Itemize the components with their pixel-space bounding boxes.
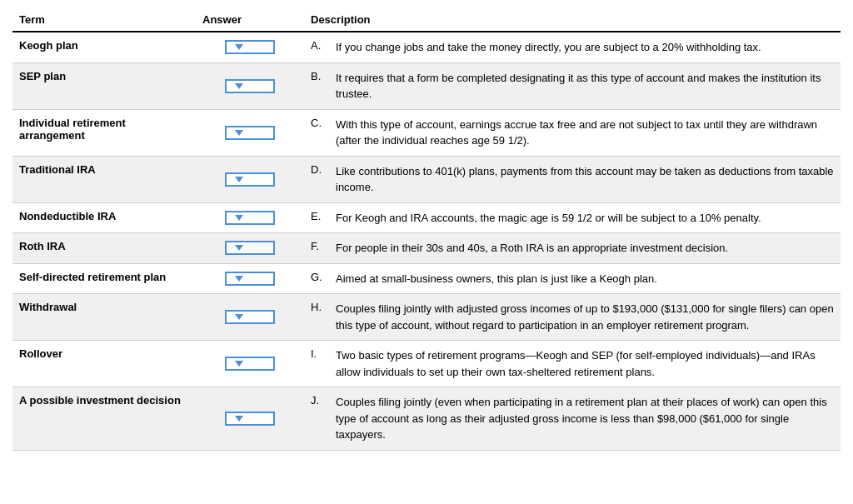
- description-cell: Two basic types of retirement programs—K…: [329, 341, 841, 387]
- header-answer: Answer: [196, 8, 304, 32]
- chevron-down-icon: [235, 177, 243, 182]
- description-cell: Couples filing jointly with adjusted gro…: [329, 294, 841, 341]
- letter-cell: H.: [304, 294, 329, 341]
- chevron-down-icon: [235, 314, 243, 320]
- letter-cell: C.: [304, 109, 329, 156]
- answer-cell: [196, 32, 304, 62]
- answer-cell: [196, 233, 304, 264]
- answer-dropdown[interactable]: [225, 79, 275, 93]
- table-row: SEP planB.It requires that a form be com…: [12, 62, 841, 109]
- letter-cell: F.: [304, 233, 329, 264]
- description-cell: With this type of account, earnings accr…: [329, 109, 841, 156]
- header-description: Description: [304, 8, 841, 32]
- term-cell: Rollover: [12, 341, 196, 387]
- answer-cell: [196, 156, 304, 202]
- answer-dropdown[interactable]: [225, 211, 275, 225]
- letter-cell: B.: [304, 62, 329, 109]
- answer-cell: [196, 294, 304, 341]
- term-cell: Self-directed retirement plan: [12, 263, 196, 294]
- table-row: Traditional IRAD.Like contributions to 4…: [12, 156, 841, 202]
- answer-cell: [196, 109, 304, 156]
- chevron-down-icon: [235, 44, 243, 50]
- header-term: Term: [12, 8, 196, 32]
- chevron-down-icon: [235, 361, 243, 367]
- description-cell: Like contributions to 401(k) plans, paym…: [329, 156, 841, 202]
- answer-cell: [196, 387, 304, 451]
- term-cell: SEP plan: [12, 62, 196, 109]
- letter-cell: I.: [304, 341, 329, 387]
- table-row: Keogh planA.If you change jobs and take …: [12, 32, 841, 62]
- chevron-down-icon: [235, 245, 243, 251]
- answer-dropdown[interactable]: [225, 357, 275, 371]
- chevron-down-icon: [235, 130, 243, 136]
- chevron-down-icon: [235, 215, 243, 221]
- main-container: Term Answer Description Keogh planA.If y…: [0, 0, 853, 504]
- answer-dropdown[interactable]: [225, 40, 275, 54]
- chevron-down-icon: [235, 416, 243, 422]
- table-row: Nondeductible IRAE.For Keogh and IRA acc…: [12, 202, 841, 233]
- table-row: Individual retirement arrangementC.With …: [12, 109, 841, 156]
- table-row: A possible investment decisionJ.Couples …: [12, 387, 841, 451]
- table-row: RolloverI.Two basic types of retirement …: [12, 341, 841, 387]
- description-cell: It requires that a form be completed des…: [329, 62, 841, 109]
- term-cell: Keogh plan: [12, 32, 196, 62]
- letter-cell: J.: [304, 387, 329, 451]
- term-cell: Withdrawal: [12, 294, 196, 341]
- letter-cell: G.: [304, 263, 329, 294]
- chevron-down-icon: [235, 276, 243, 282]
- answer-dropdown[interactable]: [225, 172, 275, 187]
- description-cell: For Keogh and IRA accounts, the magic ag…: [329, 202, 841, 233]
- answer-dropdown[interactable]: [225, 241, 275, 255]
- answer-dropdown[interactable]: [225, 310, 275, 324]
- term-cell: Individual retirement arrangement: [12, 109, 196, 156]
- answer-dropdown[interactable]: [225, 126, 275, 140]
- letter-cell: E.: [304, 202, 329, 233]
- answer-cell: [196, 263, 304, 294]
- letter-cell: D.: [304, 156, 329, 202]
- term-cell: A possible investment decision: [12, 387, 196, 451]
- description-cell: If you change jobs and take the money di…: [329, 32, 841, 62]
- answer-cell: [196, 62, 304, 109]
- matching-table: Term Answer Description Keogh planA.If y…: [12, 8, 841, 451]
- table-row: WithdrawalH.Couples filing jointly with …: [12, 294, 841, 341]
- answer-cell: [196, 202, 304, 233]
- chevron-down-icon: [235, 83, 243, 89]
- table-row: Roth IRAF.For people in their 30s and 40…: [12, 233, 841, 264]
- term-cell: Roth IRA: [12, 233, 196, 264]
- term-cell: Traditional IRA: [12, 156, 196, 202]
- description-cell: Couples filing jointly (even when partic…: [329, 387, 841, 451]
- term-cell: Nondeductible IRA: [12, 202, 196, 233]
- description-cell: Aimed at small-business owners, this pla…: [329, 263, 841, 294]
- answer-dropdown[interactable]: [225, 272, 275, 286]
- description-cell: For people in their 30s and 40s, a Roth …: [329, 233, 841, 264]
- table-row: Self-directed retirement planG.Aimed at …: [12, 263, 841, 294]
- answer-cell: [196, 341, 304, 387]
- letter-cell: A.: [304, 32, 329, 62]
- answer-dropdown[interactable]: [225, 412, 275, 426]
